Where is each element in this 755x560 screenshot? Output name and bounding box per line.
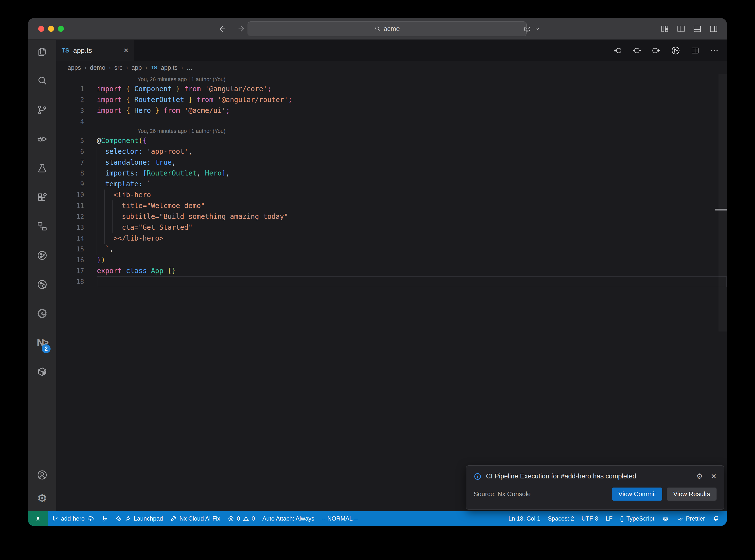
- git-branch-status[interactable]: add-hero: [48, 515, 98, 522]
- sidebar-item-extensions[interactable]: [28, 192, 56, 221]
- tab-app-ts[interactable]: TS app.ts ✕: [56, 40, 134, 61]
- vscode-window: acme: [28, 18, 727, 526]
- plug-icon: [124, 515, 131, 522]
- close-tab-icon[interactable]: ✕: [123, 47, 129, 55]
- view-commit-button[interactable]: View Commit: [612, 487, 662, 501]
- code-editor[interactable]: You, 26 minutes ago | 1 author (You)1imp…: [56, 74, 727, 511]
- code-line[interactable]: 14 ></lib-hero>: [56, 233, 727, 244]
- code-line[interactable]: 9 template: `: [56, 179, 727, 189]
- debug-icon: [37, 133, 48, 145]
- code-line[interactable]: 2import { RouterOutlet } from '@angular/…: [56, 94, 727, 105]
- chevron-right-icon: ›: [126, 64, 128, 71]
- previous-revision-icon[interactable]: [613, 46, 622, 55]
- blame-annotation[interactable]: You, 26 minutes ago | 1 author (You): [56, 75, 727, 83]
- commit-graph-icon[interactable]: [671, 46, 680, 56]
- chevron-right-icon: ›: [145, 64, 147, 71]
- language-mode-status[interactable]: {} TypeScript: [616, 515, 658, 522]
- code-line[interactable]: 16}): [56, 255, 727, 265]
- typescript-file-icon: TS: [151, 65, 157, 71]
- notifications-status[interactable]: [709, 515, 723, 522]
- arrow-left-icon: [217, 24, 226, 33]
- typescript-file-icon: TS: [62, 47, 69, 54]
- sidebar-item-run-debug[interactable]: [28, 133, 56, 162]
- search-value: acme: [383, 25, 400, 33]
- minimize-window-button[interactable]: [48, 26, 54, 32]
- code-line[interactable]: 18: [56, 276, 727, 287]
- remote-indicator[interactable]: [28, 511, 48, 526]
- sidebar-item-edge-browser[interactable]: [28, 308, 56, 337]
- blame-annotation[interactable]: You, 26 minutes ago | 1 author (You): [56, 127, 727, 135]
- next-revision-icon[interactable]: [652, 46, 661, 55]
- sidebar-item-gitlens[interactable]: [28, 250, 56, 279]
- accounts-button[interactable]: [37, 469, 48, 481]
- toggle-panel-icon[interactable]: [692, 24, 702, 34]
- problems-status[interactable]: 0 0: [224, 515, 259, 522]
- nx-cloud-fix-status[interactable]: Nx Cloud AI Fix: [167, 515, 224, 522]
- formatter-status[interactable]: Prettier: [673, 515, 709, 522]
- sidebar-item-search[interactable]: [28, 75, 56, 104]
- cloud-upload-icon: [87, 515, 94, 522]
- code-line[interactable]: 11 title="Welcmoe demo": [56, 200, 727, 211]
- code-line[interactable]: 13 cta="Get Started": [56, 222, 727, 233]
- navigate-back-button[interactable]: [217, 18, 226, 39]
- breadcrumb-item[interactable]: app: [132, 64, 142, 71]
- sidebar-item-source-control[interactable]: [28, 104, 56, 133]
- code-line[interactable]: 3import { Hero } from '@acme/ui';: [56, 105, 727, 116]
- gitlens-inspect-icon: [37, 279, 48, 290]
- code-line[interactable]: 8 imports: [RouterOutlet, Hero],: [56, 168, 727, 179]
- view-results-button[interactable]: View Results: [667, 487, 717, 501]
- settings-button[interactable]: ⚙: [37, 493, 47, 504]
- nx-badge: 2: [42, 344, 51, 353]
- code-line[interactable]: 12 subtitle="Build something amazing tod…: [56, 211, 727, 222]
- code-line[interactable]: 1import { Component } from '@angular/cor…: [56, 83, 727, 94]
- cursor-position-status[interactable]: Ln 18, Col 1: [505, 515, 544, 522]
- vim-mode-status[interactable]: -- NORMAL --: [318, 515, 362, 522]
- overview-ruler-marker: [715, 209, 727, 211]
- encoding-status[interactable]: UTF-8: [578, 515, 602, 522]
- breadcrumb-item[interactable]: app.ts: [161, 64, 178, 71]
- eol-status[interactable]: LF: [602, 515, 616, 522]
- code-line[interactable]: 4: [56, 116, 727, 127]
- more-actions-icon[interactable]: [710, 46, 719, 55]
- breadcrumb-item[interactable]: src: [114, 64, 122, 71]
- code-line[interactable]: 17export class App {}: [56, 265, 727, 276]
- navigate-forward-button[interactable]: [237, 18, 246, 39]
- sidebar-item-explorer[interactable]: [28, 46, 56, 75]
- copilot-status[interactable]: [658, 515, 673, 522]
- customize-layout-icon[interactable]: [660, 24, 670, 34]
- zoom-window-button[interactable]: [58, 26, 64, 32]
- split-editor-icon[interactable]: [690, 46, 700, 55]
- breadcrumb-item[interactable]: …: [186, 64, 193, 71]
- sidebar-item-project-structure[interactable]: [28, 221, 56, 250]
- warning-icon: [243, 515, 249, 522]
- revision-marker-icon[interactable]: [632, 46, 641, 55]
- notification-settings-icon[interactable]: ⚙: [696, 472, 703, 481]
- git-compare-status[interactable]: [98, 515, 112, 522]
- scrollbar[interactable]: [718, 74, 727, 332]
- close-window-button[interactable]: [38, 26, 44, 32]
- code-line[interactable]: 10 <lib-hero: [56, 189, 727, 200]
- sidebar-item-testing[interactable]: [28, 162, 56, 192]
- code-line[interactable]: 5@Component({: [56, 135, 727, 146]
- launchpad-status[interactable]: Launchpad: [112, 515, 167, 522]
- breadcrumb-item[interactable]: demo: [90, 64, 105, 71]
- container-icon: [37, 366, 48, 377]
- code-line[interactable]: 15 `,: [56, 244, 727, 255]
- close-notification-icon[interactable]: ✕: [711, 472, 717, 480]
- toggle-secondary-sidebar-icon[interactable]: [709, 24, 718, 34]
- command-center-search[interactable]: acme: [247, 21, 527, 36]
- breadcrumb-item[interactable]: apps: [67, 64, 81, 71]
- code-line[interactable]: 6 selector: 'app-root',: [56, 146, 727, 157]
- braces-icon: {}: [620, 515, 624, 522]
- sidebar-item-containers[interactable]: [28, 366, 56, 395]
- code-line[interactable]: 7 standalone: true,: [56, 157, 727, 168]
- chevron-right-icon: ›: [181, 64, 183, 71]
- copilot-icon: [522, 24, 532, 34]
- indentation-status[interactable]: Spaces: 2: [544, 515, 578, 522]
- sidebar-item-gitlens-inspect[interactable]: [28, 279, 56, 308]
- auto-attach-status[interactable]: Auto Attach: Always: [259, 515, 318, 522]
- copilot-menu[interactable]: [522, 18, 540, 39]
- bell-icon: [712, 515, 719, 522]
- sidebar-item-nx-console[interactable]: N> 2: [28, 337, 56, 366]
- toggle-primary-sidebar-icon[interactable]: [676, 24, 686, 34]
